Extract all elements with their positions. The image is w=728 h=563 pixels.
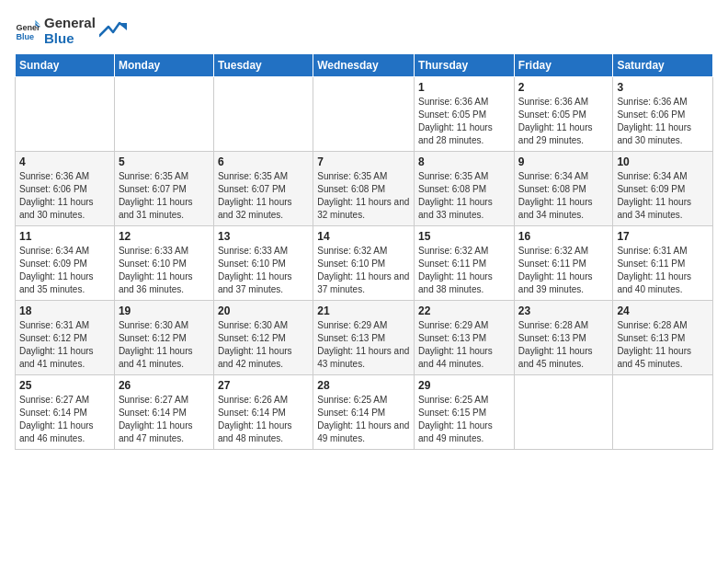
day-number: 5 [119, 155, 210, 168]
logo-general: General [44, 15, 96, 30]
day-info: Sunrise: 6:33 AM Sunset: 6:10 PM Dayligh… [218, 245, 309, 296]
day-info: Sunrise: 6:25 AM Sunset: 6:15 PM Dayligh… [418, 394, 510, 445]
day-info: Sunrise: 6:34 AM Sunset: 6:08 PM Dayligh… [518, 170, 609, 222]
week-row-3: 11Sunrise: 6:34 AM Sunset: 6:09 PM Dayli… [16, 226, 713, 301]
day-info: Sunrise: 6:36 AM Sunset: 6:05 PM Dayligh… [418, 96, 510, 147]
header-sunday: Sunday [16, 54, 115, 77]
day-number: 28 [317, 379, 410, 392]
day-info: Sunrise: 6:35 AM Sunset: 6:07 PM Dayligh… [119, 170, 210, 222]
day-info: Sunrise: 6:32 AM Sunset: 6:10 PM Dayligh… [317, 245, 410, 296]
calendar-cell: 2Sunrise: 6:36 AM Sunset: 6:05 PM Daylig… [514, 77, 613, 152]
day-number: 10 [617, 155, 709, 168]
day-info: Sunrise: 6:32 AM Sunset: 6:11 PM Dayligh… [518, 245, 609, 296]
day-info: Sunrise: 6:32 AM Sunset: 6:11 PM Dayligh… [418, 245, 510, 296]
calendar-cell: 17Sunrise: 6:31 AM Sunset: 6:11 PM Dayli… [613, 226, 713, 301]
logo-icon: General Blue [15, 17, 40, 43]
calendar-cell: 21Sunrise: 6:29 AM Sunset: 6:13 PM Dayli… [313, 301, 415, 375]
day-number: 6 [218, 155, 309, 168]
day-info: Sunrise: 6:30 AM Sunset: 6:12 PM Dayligh… [119, 319, 210, 371]
calendar-cell: 9Sunrise: 6:34 AM Sunset: 6:08 PM Daylig… [514, 152, 613, 226]
page-header: General Blue General Blue [15, 15, 713, 46]
day-number: 26 [119, 379, 210, 392]
day-number: 20 [218, 304, 309, 317]
calendar-cell: 25Sunrise: 6:27 AM Sunset: 6:14 PM Dayli… [16, 375, 115, 450]
calendar-cell: 14Sunrise: 6:32 AM Sunset: 6:10 PM Dayli… [313, 226, 415, 301]
calendar-cell: 11Sunrise: 6:34 AM Sunset: 6:09 PM Dayli… [16, 226, 115, 301]
calendar-cell [114, 77, 213, 152]
calendar-cell: 16Sunrise: 6:32 AM Sunset: 6:11 PM Dayli… [514, 226, 613, 301]
calendar-cell: 28Sunrise: 6:25 AM Sunset: 6:14 PM Dayli… [313, 375, 415, 450]
day-info: Sunrise: 6:29 AM Sunset: 6:13 PM Dayligh… [418, 319, 510, 371]
day-info: Sunrise: 6:29 AM Sunset: 6:13 PM Dayligh… [317, 319, 410, 371]
day-info: Sunrise: 6:28 AM Sunset: 6:13 PM Dayligh… [617, 319, 709, 371]
day-number: 14 [317, 230, 410, 243]
calendar-cell [514, 375, 613, 450]
day-info: Sunrise: 6:36 AM Sunset: 6:06 PM Dayligh… [617, 96, 709, 147]
calendar-cell: 20Sunrise: 6:30 AM Sunset: 6:12 PM Dayli… [213, 301, 313, 375]
day-number: 4 [19, 155, 110, 168]
day-info: Sunrise: 6:33 AM Sunset: 6:10 PM Dayligh… [119, 245, 210, 296]
calendar-cell: 8Sunrise: 6:35 AM Sunset: 6:08 PM Daylig… [415, 152, 515, 226]
calendar-cell: 22Sunrise: 6:29 AM Sunset: 6:13 PM Dayli… [415, 301, 515, 375]
day-number: 29 [418, 379, 510, 392]
calendar-cell: 4Sunrise: 6:36 AM Sunset: 6:06 PM Daylig… [16, 152, 115, 226]
day-info: Sunrise: 6:35 AM Sunset: 6:08 PM Dayligh… [317, 170, 410, 222]
calendar-cell: 26Sunrise: 6:27 AM Sunset: 6:14 PM Dayli… [114, 375, 213, 450]
day-info: Sunrise: 6:27 AM Sunset: 6:14 PM Dayligh… [19, 394, 110, 445]
calendar-cell: 18Sunrise: 6:31 AM Sunset: 6:12 PM Dayli… [16, 301, 115, 375]
week-row-4: 18Sunrise: 6:31 AM Sunset: 6:12 PM Dayli… [16, 301, 713, 375]
day-number: 25 [19, 379, 110, 392]
calendar-table: SundayMondayTuesdayWednesdayThursdayFrid… [15, 53, 713, 450]
day-info: Sunrise: 6:35 AM Sunset: 6:07 PM Dayligh… [218, 170, 309, 222]
day-number: 23 [518, 304, 609, 317]
day-info: Sunrise: 6:34 AM Sunset: 6:09 PM Dayligh… [19, 245, 110, 296]
day-number: 13 [218, 230, 309, 243]
calendar-cell: 1Sunrise: 6:36 AM Sunset: 6:05 PM Daylig… [415, 77, 515, 152]
calendar-cell [16, 77, 115, 152]
day-number: 24 [617, 304, 709, 317]
svg-text:Blue: Blue [16, 32, 34, 41]
header-saturday: Saturday [613, 54, 713, 77]
day-number: 22 [418, 304, 510, 317]
day-number: 27 [218, 379, 309, 392]
calendar-cell: 5Sunrise: 6:35 AM Sunset: 6:07 PM Daylig… [114, 152, 213, 226]
day-info: Sunrise: 6:27 AM Sunset: 6:14 PM Dayligh… [119, 394, 210, 445]
day-number: 17 [617, 230, 709, 243]
calendar-cell [613, 375, 713, 450]
day-number: 21 [317, 304, 410, 317]
day-info: Sunrise: 6:36 AM Sunset: 6:06 PM Dayligh… [19, 170, 110, 222]
week-row-5: 25Sunrise: 6:27 AM Sunset: 6:14 PM Dayli… [16, 375, 713, 450]
calendar-cell [313, 77, 415, 152]
calendar-cell: 27Sunrise: 6:26 AM Sunset: 6:14 PM Dayli… [213, 375, 313, 450]
day-number: 11 [19, 230, 110, 243]
day-number: 3 [617, 81, 709, 94]
day-number: 18 [19, 304, 110, 317]
day-number: 19 [119, 304, 210, 317]
calendar-cell: 3Sunrise: 6:36 AM Sunset: 6:06 PM Daylig… [613, 77, 713, 152]
calendar-cell: 15Sunrise: 6:32 AM Sunset: 6:11 PM Dayli… [415, 226, 515, 301]
calendar-header-row: SundayMondayTuesdayWednesdayThursdayFrid… [16, 54, 713, 77]
day-number: 1 [418, 81, 510, 94]
day-info: Sunrise: 6:30 AM Sunset: 6:12 PM Dayligh… [218, 319, 309, 371]
day-info: Sunrise: 6:31 AM Sunset: 6:11 PM Dayligh… [617, 245, 709, 296]
header-friday: Friday [514, 54, 613, 77]
day-info: Sunrise: 6:34 AM Sunset: 6:09 PM Dayligh… [617, 170, 709, 222]
calendar-cell: 10Sunrise: 6:34 AM Sunset: 6:09 PM Dayli… [613, 152, 713, 226]
week-row-2: 4Sunrise: 6:36 AM Sunset: 6:06 PM Daylig… [16, 152, 713, 226]
day-number: 8 [418, 155, 510, 168]
day-info: Sunrise: 6:36 AM Sunset: 6:05 PM Dayligh… [518, 96, 609, 147]
week-row-1: 1Sunrise: 6:36 AM Sunset: 6:05 PM Daylig… [16, 77, 713, 152]
calendar-cell: 7Sunrise: 6:35 AM Sunset: 6:08 PM Daylig… [313, 152, 415, 226]
day-number: 7 [317, 155, 410, 168]
day-number: 9 [518, 155, 609, 168]
calendar-cell [213, 77, 313, 152]
header-tuesday: Tuesday [213, 54, 313, 77]
calendar-cell: 19Sunrise: 6:30 AM Sunset: 6:12 PM Dayli… [114, 301, 213, 375]
calendar-cell: 24Sunrise: 6:28 AM Sunset: 6:13 PM Dayli… [613, 301, 713, 375]
day-info: Sunrise: 6:28 AM Sunset: 6:13 PM Dayligh… [518, 319, 609, 371]
calendar-cell: 6Sunrise: 6:35 AM Sunset: 6:07 PM Daylig… [213, 152, 313, 226]
calendar-cell: 13Sunrise: 6:33 AM Sunset: 6:10 PM Dayli… [213, 226, 313, 301]
calendar-cell: 12Sunrise: 6:33 AM Sunset: 6:10 PM Dayli… [114, 226, 213, 301]
logo-bird-icon [99, 19, 127, 41]
day-number: 12 [119, 230, 210, 243]
